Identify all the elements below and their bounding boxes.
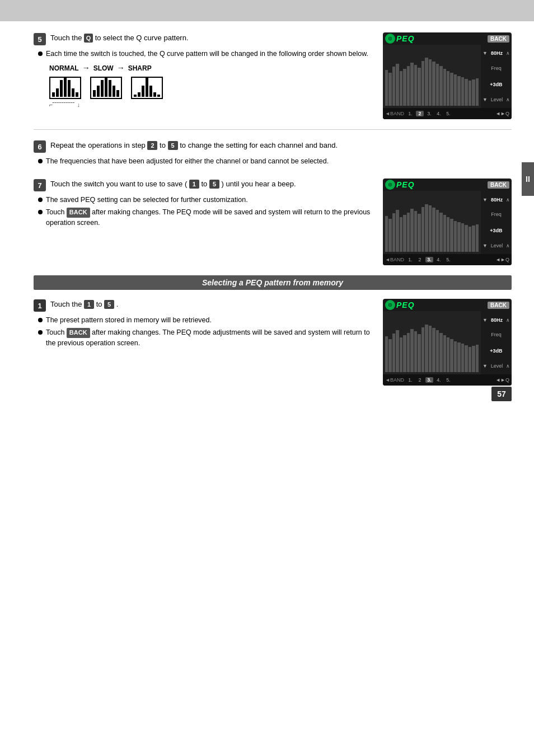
freq-down-1[interactable]: ▼ [483,50,488,56]
pattern-slow: SLOW [93,64,114,72]
freq-up-3[interactable]: ∧ [506,317,510,323]
step6-bullet1: The frequencies that have been adjusted … [38,156,500,166]
band-num-2-1[interactable]: 1. [406,257,414,262]
peq-bars-area-3 [383,311,481,374]
band-num-1-2[interactable]: 2 [416,111,424,116]
band-num-1-4[interactable]: 4. [435,111,443,116]
band-num-3-5[interactable]: 5. [444,377,452,383]
eq-bar [105,77,107,97]
eq-bar [113,86,115,97]
band-num-2-3[interactable]: 3. [425,257,433,262]
peq-circle-2 [385,180,395,190]
level-up-2[interactable]: ∧ [506,243,510,248]
peq-screen-1: PEQ BACK [383,32,512,119]
band-num-2-5[interactable]: 5. [444,257,452,262]
peq-circle-inner-3 [387,302,393,308]
eq-bar [109,80,111,97]
band-numbers-2: 1. 2 3. 4. 5. [406,257,452,262]
level-up-3[interactable]: ∧ [506,363,510,369]
step7-back-badge[interactable]: BACK [67,208,90,218]
bullet-dot [38,318,43,322]
freq-down-3[interactable]: ▼ [483,317,488,323]
eq-bar [138,92,140,97]
step1-text: Touch the 1 to 5 . [50,299,372,310]
peq-back-2[interactable]: BACK [488,181,509,189]
step6-heading1: Repeat the operations in step [50,141,146,149]
eq-bar [101,80,104,97]
level-down-3[interactable]: ▼ [483,363,488,369]
step7-ref1: 1 [189,180,199,189]
peq-title-2: PEQ [396,180,415,189]
step1-bullets: The preset pattern stored in memory will… [38,315,372,348]
peq-level-row-2: ▼ Level ∧ [483,243,510,248]
divider1 [34,129,512,130]
peq-circle-inner-1 [387,36,393,41]
q-control-3[interactable]: ◄►Q [495,377,509,383]
step1-badge: 1 [34,299,46,312]
peq-level-row-1: ▼ Level ∧ [483,97,510,102]
page: II 5 Touch the Q to select the Q curve p… [0,0,534,756]
step6-text: Repeat the operations in step 2 to 5 to … [50,140,500,151]
freq-label-1: Freq [483,65,510,71]
step6-ref5: 5 [168,141,178,150]
peq-footer-1: ◄BAND 1. 2 3. 4. 5. ◄►Q [383,108,512,119]
step1-bullet2: Touch BACK after making changes. The PEQ… [38,327,372,348]
peq-display-3: PEQ BACK [383,299,512,386]
step1-heading1: Touch the [50,300,82,308]
peq-header-1: PEQ BACK [383,32,512,45]
level-value-1: +3dB [490,82,502,87]
eq-bar [52,92,55,97]
band-num-1-5[interactable]: 5. [444,111,452,116]
freq-up-2[interactable]: ∧ [506,197,510,203]
step1-b2-prefix: Touch [46,328,64,336]
peq-controls-3: ▼ 80Hz ∧ Freq +3dB ▼ [481,311,512,374]
bullet-dot [38,198,43,202]
level-down-2[interactable]: ▼ [483,243,488,248]
level-up-1[interactable]: ∧ [506,97,510,102]
peq-controls-2: ▼ 80Hz ∧ Freq +3dB ▼ [481,191,512,254]
peq-back-3[interactable]: BACK [488,302,509,309]
peq-screen-3: PEQ BACK [383,299,512,386]
peq-logo-1: PEQ [385,34,415,44]
peq-bars-area-1 [383,45,481,108]
step7-ref5: 5 [209,180,219,189]
peq-bars-3 [385,312,479,373]
band-label-3: ◄BAND [385,377,404,383]
eq-sharp [131,77,163,99]
band-num-3-1[interactable]: 1. [406,377,414,383]
step6-ref2: 2 [147,141,157,150]
eq-bar [93,90,96,97]
band-num-2-2[interactable]: 2 [416,257,424,262]
q-badge[interactable]: Q [84,34,93,43]
peq-circle-3 [385,300,395,310]
bullet-dot [38,330,43,335]
freq-down-2[interactable]: ▼ [483,197,488,203]
bullet-dot [38,210,43,214]
eq-bar [76,92,78,97]
step5-bullet1-text: Each time the switch is touched, the Q c… [46,49,368,59]
eq-bar [64,77,67,97]
peq-display-2: PEQ BACK [383,179,512,265]
eq-bar [72,88,74,97]
band-num-3-2[interactable]: 2 [416,377,424,383]
step7-badge: 7 [34,179,46,191]
peq-back-1[interactable]: BACK [488,35,509,43]
q-control-1[interactable]: ◄►Q [495,111,509,116]
freq-up-1[interactable]: ∧ [506,50,510,56]
band-num-3-3[interactable]: 3. [425,377,433,383]
q-control-2[interactable]: ◄►Q [495,257,509,262]
peq-body-2: ▼ 80Hz ∧ Freq +3dB ▼ [383,191,512,254]
peq-display-1: PEQ BACK [383,32,512,119]
eq-patterns [49,77,372,99]
step1-back-badge[interactable]: BACK [67,328,90,338]
band-num-3-4[interactable]: 4. [435,377,443,383]
step1-section: 1 Touch the 1 to 5 . The preset pattern … [34,299,512,386]
peq-footer-2: ◄BAND 1. 2 3. 4. 5. ◄►Q [383,254,512,265]
arrow1: → [82,63,90,72]
level-down-1[interactable]: ▼ [483,97,488,102]
freq-label-3: Freq [483,332,510,337]
band-num-1-1[interactable]: 1. [406,111,414,116]
band-num-1-3[interactable]: 3. [425,111,433,116]
peq-bars-area-2 [383,191,481,254]
band-num-2-4[interactable]: 4. [435,257,443,262]
